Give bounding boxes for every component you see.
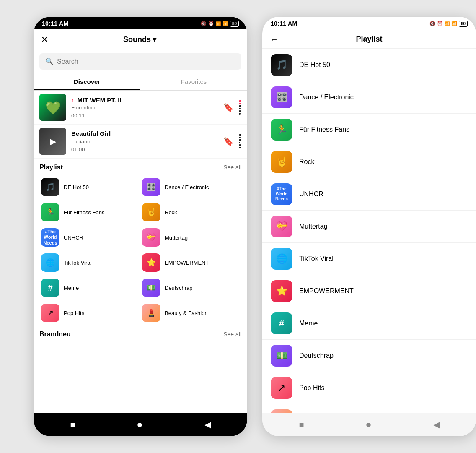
bottom-nav-left: ■ ● ◀ — [34, 413, 247, 436]
track-thumbnail: ▶ — [39, 128, 66, 155]
playlist-icon: ↗ — [41, 304, 60, 322]
playlist-grid: 🎵 DE Hot 50 🎛️ Dance / Electronic 🏃 Für … — [34, 174, 247, 325]
search-input[interactable] — [57, 58, 235, 65]
track-title: MIT WEM PT. II — [78, 96, 122, 104]
list-item[interactable]: 🎛️ Dance / Electronic — [262, 81, 476, 114]
playlist-name: Rock — [165, 209, 177, 216]
wifi-icon: 📶 — [451, 21, 457, 26]
close-button[interactable]: ✕ — [41, 34, 48, 44]
home-button[interactable]: ● — [365, 419, 372, 430]
brandneu-see-all-button[interactable]: See all — [223, 331, 241, 338]
track-artist: Florentina — [71, 104, 218, 111]
battery-right: 80 — [459, 21, 468, 27]
playlist-name: TikTok Viral — [299, 255, 334, 263]
list-item[interactable]: 🤘 Rock — [140, 200, 241, 225]
brandneu-section-header: Brandneu See all — [34, 325, 247, 340]
playlist-name: Beauty & Fashion — [165, 310, 208, 316]
stop-button[interactable]: ■ — [299, 420, 304, 430]
playlist-name: Deutschrap — [299, 352, 334, 359]
tab-favorites[interactable]: Favorites — [140, 74, 247, 90]
playlist-name: EMPOWERMENT — [165, 260, 209, 266]
list-item[interactable]: ↗ Pop Hits — [39, 300, 140, 325]
playlist-name: TikTok Viral — [64, 260, 91, 266]
waveform — [239, 128, 241, 155]
tab-discover[interactable]: Discover — [34, 74, 140, 90]
track-info: Beautiful Girl Luciano 01:00 — [71, 130, 218, 153]
list-item[interactable]: 💄 Beauty & Fashion — [262, 404, 476, 413]
playlist-name: Pop Hits — [299, 384, 324, 392]
playlist-icon: 💄 — [271, 409, 292, 413]
list-item[interactable]: ⭐ EMPOWERMENT — [262, 275, 476, 307]
list-item[interactable]: 🏃 Für Fitness Fans — [262, 114, 476, 146]
left-phone: 10:11 AM 🔇 ⏰ 📶 📶 80 ✕ Sounds ▾ 🔍 Discove… — [34, 17, 247, 436]
playlist-icon: ⭐ — [142, 253, 160, 272]
playlist-icon: 🏃 — [41, 203, 60, 221]
playlist-name: DE Hot 50 — [64, 184, 89, 190]
playlist-icon: 💝 — [271, 216, 292, 237]
status-icons-left: 🔇 ⏰ 📶 📶 80 — [201, 21, 239, 27]
brandneu-title: Brandneu — [39, 331, 71, 338]
back-button[interactable]: ← — [270, 34, 278, 44]
playlist-name: Rock — [299, 158, 314, 166]
playlist-name: Meme — [299, 320, 318, 327]
list-item[interactable]: 🎵 DE Hot 50 — [262, 49, 476, 81]
list-item[interactable]: # Meme — [262, 307, 476, 340]
music-note-icon: ♪ — [71, 97, 74, 103]
back-button[interactable]: ◀ — [204, 419, 211, 430]
playlist-name: Dance / Electronic — [165, 184, 209, 190]
list-item[interactable]: 🤘 Rock — [262, 146, 476, 178]
list-item[interactable]: 🌐 TikTok Viral — [39, 250, 140, 275]
playlist-name: UNHCR — [299, 190, 323, 198]
playlist-section-title: Playlist — [39, 164, 63, 171]
bottom-nav-right: ■ ● ◀ — [262, 413, 476, 436]
waveform — [239, 94, 241, 121]
track-info: ♪ MIT WEM PT. II Florentina 00:11 — [71, 96, 218, 119]
see-all-button[interactable]: See all — [223, 164, 241, 171]
playlist-icon: 💄 — [142, 304, 160, 322]
list-item[interactable]: 💝 Muttertag — [262, 211, 476, 243]
signal-icon: 📶 — [445, 21, 450, 26]
list-item[interactable]: 🎛️ Dance / Electronic — [140, 174, 241, 200]
track-time: 01:00 — [71, 146, 218, 153]
home-button[interactable]: ● — [137, 419, 143, 430]
playlist-list: 🎵 DE Hot 50 🎛️ Dance / Electronic 🏃 Für … — [262, 49, 476, 413]
track-item[interactable]: ▶ Beautiful Girl Luciano 01:00 🔖 — [34, 125, 247, 159]
playlist-icon: 💝 — [142, 228, 160, 247]
list-item[interactable]: 🏃 Für Fitness Fans — [39, 200, 140, 225]
playlist-name: UNHCR — [64, 234, 83, 241]
playlist-icon: ⭐ — [271, 280, 292, 302]
right-phone: 10:11 AM 🔇 ⏰ 📶 📶 80 ← Playlist 🎵 DE Hot … — [262, 17, 476, 436]
playlist-icon: #TheWorldNeeds — [271, 183, 292, 205]
list-item[interactable]: 💵 Deutschrap — [262, 340, 476, 372]
track-artist: Luciano — [71, 138, 218, 145]
list-item[interactable]: #TheWorldNeeds UNHCR — [39, 225, 140, 250]
playlist-header: ← Playlist — [262, 29, 476, 49]
list-item[interactable]: # Meme — [39, 275, 140, 300]
list-item[interactable]: ↗ Pop Hits — [262, 372, 476, 404]
alarm-icon: ⏰ — [437, 21, 443, 26]
stop-button[interactable]: ■ — [70, 420, 75, 430]
list-item[interactable]: 💵 Deutschrap — [140, 275, 241, 300]
back-button[interactable]: ◀ — [433, 419, 440, 430]
dropdown-icon[interactable]: ▾ — [153, 35, 156, 44]
list-item[interactable]: ⭐ EMPOWERMENT — [140, 250, 241, 275]
list-item[interactable]: 🎵 DE Hot 50 — [39, 174, 140, 200]
search-bar[interactable]: 🔍 — [39, 53, 241, 70]
list-item[interactable]: 💄 Beauty & Fashion — [140, 300, 241, 325]
list-item[interactable]: 🌐 TikTok Viral — [262, 243, 476, 275]
tabs: Discover Favorites — [34, 74, 247, 91]
playlist-title: Playlist — [356, 35, 382, 44]
sounds-header: ✕ Sounds ▾ — [34, 29, 247, 49]
sounds-title: Sounds ▾ — [123, 35, 156, 44]
playlist-name: EMPOWERMENT — [299, 287, 354, 295]
track-item[interactable]: 💚 ♪ MIT WEM PT. II Florentina 00:11 🔖 — [34, 91, 247, 125]
playlist-name: Dance / Electronic — [299, 94, 354, 101]
playlist-icon: 🤘 — [271, 151, 292, 173]
playlist-icon: 🌐 — [271, 248, 292, 270]
list-item[interactable]: 💝 Muttertag — [140, 225, 241, 250]
playlist-section-header: Playlist See all — [34, 159, 247, 174]
bookmark-button[interactable]: 🔖 — [223, 102, 234, 112]
status-bar-right: 10:11 AM 🔇 ⏰ 📶 📶 80 — [262, 17, 476, 29]
bookmark-button[interactable]: 🔖 — [223, 136, 234, 146]
list-item[interactable]: #TheWorldNeeds UNHCR — [262, 178, 476, 211]
